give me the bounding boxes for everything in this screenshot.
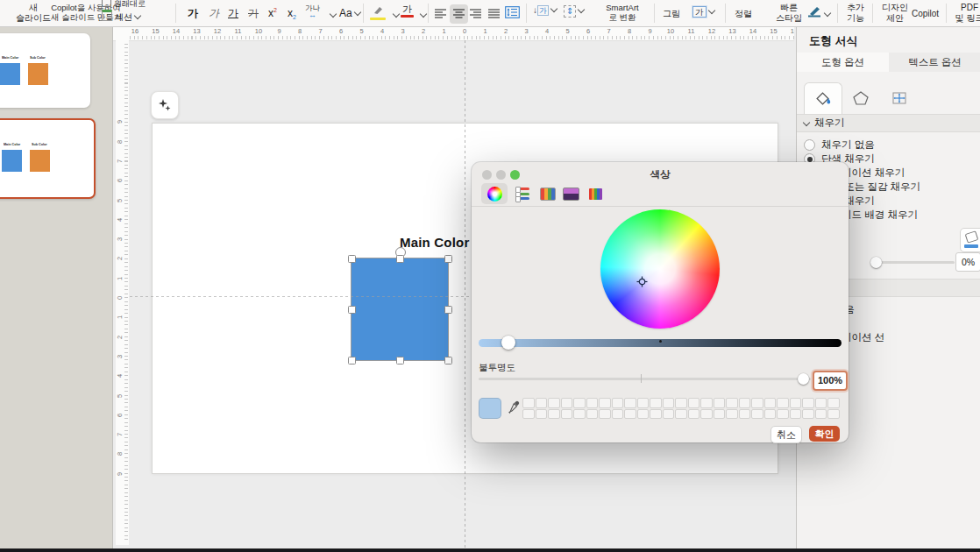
font-color-button[interactable]: 가 [401, 4, 414, 18]
text-direction-button[interactable]: ↓가 [533, 5, 557, 16]
swatch-cell[interactable] [815, 409, 827, 420]
swatch-cell[interactable] [586, 398, 599, 408]
swatch-cell[interactable] [624, 409, 636, 420]
design-ideas-button[interactable]: 디자인 제안 [877, 3, 913, 24]
swatch-cell[interactable] [714, 398, 726, 408]
quick-styles-button[interactable]: 빠른 스타일 [766, 3, 812, 24]
slide-thumbnail-2[interactable]: Main ColorSub Color [0, 118, 96, 199]
picture-button[interactable]: 그림 [663, 9, 680, 19]
fill-color-button[interactable] [960, 228, 980, 252]
radio-button[interactable] [804, 139, 815, 151]
swatch-cell[interactable] [561, 398, 573, 408]
selection-handle[interactable] [444, 306, 452, 314]
swatch-cell[interactable] [688, 398, 700, 408]
swatch-cell[interactable] [700, 409, 713, 420]
tab-size-properties[interactable] [881, 82, 918, 113]
swatch-cell[interactable] [675, 409, 687, 420]
opacity-value-field[interactable]: 100% [813, 371, 848, 391]
arrange-button[interactable]: 정렬 [735, 9, 752, 19]
textbox-button[interactable]: 가 [692, 6, 714, 18]
swatch-cell[interactable] [777, 409, 789, 420]
swatch-cell[interactable] [815, 398, 827, 408]
swatch-cell[interactable] [536, 398, 548, 408]
swatch-cell[interactable] [624, 398, 636, 408]
pencils-tab[interactable] [582, 183, 608, 204]
swatch-cell[interactable] [612, 398, 624, 408]
addins-button[interactable]: 추가 기능 [842, 3, 870, 24]
opacity-slider-knob[interactable] [798, 373, 809, 385]
color-wheel[interactable] [600, 209, 720, 329]
swatch-cell[interactable] [802, 409, 814, 420]
strikethrough-button[interactable]: 가 [248, 7, 259, 19]
ok-button[interactable]: 확인 [809, 426, 840, 442]
color-crosshair[interactable] [636, 276, 648, 287]
chevron-down-icon[interactable] [420, 11, 427, 18]
swatch-cell[interactable] [548, 409, 560, 420]
swatch-cell[interactable] [548, 398, 560, 408]
fill-section-header[interactable]: 채우기 [797, 114, 980, 132]
selection-handle[interactable] [348, 306, 356, 314]
slide-thumbnail-1[interactable]: Main ColorSub Color [0, 33, 90, 108]
italic-button[interactable]: 가 [209, 7, 219, 19]
underline-button[interactable]: 가 [228, 7, 238, 19]
brightness-slider-knob[interactable] [501, 336, 515, 350]
justify-button[interactable] [487, 7, 501, 23]
swatch-cell[interactable] [637, 409, 650, 420]
swatch-cell[interactable] [764, 409, 777, 420]
swatch-cell[interactable] [573, 398, 586, 408]
swatch-cell[interactable] [637, 398, 650, 408]
swatch-cell[interactable] [561, 409, 573, 420]
swatch-cell[interactable] [663, 409, 675, 420]
image-palettes-tab[interactable] [557, 183, 584, 204]
swatch-cell[interactable] [827, 409, 840, 420]
swatch-cell[interactable] [751, 409, 763, 420]
swatch-cell[interactable] [777, 398, 789, 408]
tab-effects[interactable] [842, 82, 879, 113]
swatch-cell[interactable] [751, 398, 763, 408]
swatch-cell[interactable] [663, 398, 675, 408]
swatch-cell[interactable] [739, 398, 751, 408]
format-pen-button[interactable] [806, 5, 830, 20]
align-left-button[interactable] [434, 7, 447, 23]
color-sliders-tab[interactable] [509, 183, 536, 204]
section-button[interactable]: 섹션 [102, 10, 140, 23]
swatch-cell[interactable] [827, 398, 840, 408]
swatch-cell[interactable] [522, 398, 535, 408]
bold-button[interactable]: 가 [188, 7, 198, 19]
swatch-cell[interactable] [714, 409, 726, 420]
color-wheel-tab[interactable] [481, 183, 508, 204]
swatch-cell[interactable] [599, 398, 611, 408]
eyedropper-icon[interactable] [508, 400, 521, 417]
pdf-links-button[interactable]: PDF 및 링크 [952, 3, 980, 24]
swatch-cell[interactable] [536, 409, 548, 420]
subscript-button[interactable]: x2 [288, 7, 296, 22]
transparency-slider-knob[interactable] [870, 257, 882, 268]
new-slide-button[interactable]: 새 슬라이드 [12, 3, 54, 24]
swatch-cell[interactable] [726, 398, 738, 408]
tab-shape-options[interactable]: 도형 옵션 [797, 53, 889, 72]
selected-rectangle-shape[interactable] [352, 258, 448, 360]
reset-button[interactable]: 원래대로 [102, 0, 146, 9]
selection-handle[interactable] [348, 255, 356, 263]
swatch-cell[interactable] [739, 409, 751, 420]
align-right-button[interactable] [469, 7, 482, 23]
swatch-cell[interactable] [599, 409, 611, 420]
change-case-button[interactable]: Aa [339, 7, 360, 19]
tab-fill-and-line[interactable] [804, 82, 842, 114]
fill-option[interactable]: 채우기 없음 [804, 138, 875, 152]
cancel-button[interactable]: 취소 [771, 426, 802, 443]
copilot-button[interactable]: Copilot [912, 9, 939, 19]
swatch-cell[interactable] [586, 409, 599, 420]
transparency-value[interactable]: 0% [955, 252, 980, 272]
selection-handle[interactable] [444, 357, 452, 364]
character-spacing-button[interactable]: 가나 ↔ [305, 4, 320, 18]
line-spacing-button[interactable] [505, 6, 520, 22]
chevron-down-icon[interactable] [330, 11, 337, 18]
swatch-cell[interactable] [650, 398, 662, 408]
tab-text-options[interactable]: 텍스트 옵션 [889, 53, 980, 72]
swatch-cell[interactable] [688, 409, 700, 420]
designer-sparkle-button[interactable] [151, 91, 179, 119]
swatch-cell[interactable] [522, 409, 535, 420]
superscript-button[interactable]: x2 [268, 7, 277, 19]
selection-handle[interactable] [444, 255, 452, 263]
